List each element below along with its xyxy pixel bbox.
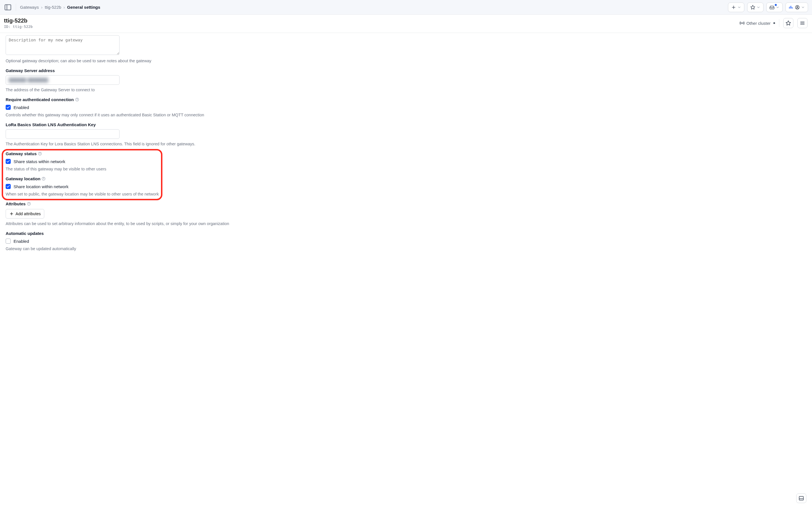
gsa-masked-value: ██████ ███████	[9, 78, 48, 82]
check-icon	[6, 184, 10, 188]
field-gateway-server-address: Gateway Server address ██████ ███████ Th…	[6, 68, 806, 92]
help-circle-icon[interactable]	[42, 177, 46, 181]
star-icon	[750, 5, 755, 10]
breadcrumb-gateway-id[interactable]: ttig-522b	[45, 5, 61, 10]
id-value: ttig-522b	[13, 24, 33, 29]
svg-point-12	[742, 23, 743, 24]
plus-icon	[731, 5, 736, 10]
chevron-down-icon	[756, 5, 760, 9]
page-title: ttig-522b	[4, 17, 33, 24]
favorite-toggle-button[interactable]	[783, 18, 794, 28]
auth-conn-label-text: Require authenticated connection	[6, 97, 74, 102]
topbar-left: Gateways › ttig-522b › General settings	[4, 3, 100, 11]
check-icon	[6, 159, 10, 163]
gw-location-checkbox-label: Share location within network	[13, 184, 68, 189]
gw-status-checkbox[interactable]: Share status within network	[6, 159, 806, 164]
sidebar-toggle-button[interactable]	[4, 3, 12, 11]
field-attributes: Attributes Add attributes Attributes can…	[6, 202, 806, 226]
description-input[interactable]	[6, 35, 119, 55]
breadcrumb-gateways[interactable]: Gateways	[20, 5, 39, 10]
auth-conn-checkbox[interactable]: Enabled	[6, 105, 806, 110]
entity-id: ID: ttig-522b	[4, 24, 33, 29]
chevron-down-icon	[801, 5, 805, 9]
settings-form: Optional gateway description; can also b…	[0, 33, 812, 274]
svg-marker-4	[751, 5, 755, 9]
gw-location-hint: When set to public, the gateway location…	[6, 192, 806, 196]
gw-location-label-text: Gateway location	[6, 176, 40, 181]
plus-icon	[9, 212, 14, 216]
help-circle-icon[interactable]	[27, 202, 31, 206]
page-header: ttig-522b ID: ttig-522b Other cluster	[0, 15, 812, 33]
auth-conn-hint: Controls whether this gateway may only c…	[6, 113, 806, 117]
gw-location-label: Gateway location	[6, 176, 806, 181]
gw-location-checkbox[interactable]: Share location within network	[6, 184, 806, 189]
lns-key-input[interactable]	[6, 129, 119, 139]
vertical-divider	[779, 19, 779, 27]
menu-icon	[800, 20, 805, 26]
add-attributes-button[interactable]: Add attributes	[6, 209, 44, 219]
gw-status-label-text: Gateway status	[6, 151, 37, 156]
attributes-label: Attributes	[6, 202, 806, 206]
attributes-hint: Attributes can be used to set arbitrary …	[6, 221, 806, 226]
more-menu-button[interactable]	[797, 18, 808, 28]
svg-marker-13	[786, 21, 791, 25]
user-circle-icon	[795, 5, 800, 10]
favorites-menu-button[interactable]	[747, 3, 763, 12]
id-label: ID:	[4, 24, 13, 29]
breadcrumb-current: General settings	[67, 5, 100, 10]
panel-left-icon	[4, 3, 12, 11]
checkbox-icon	[6, 238, 11, 244]
breadcrumb: Gateways › ttig-522b › General settings	[20, 5, 100, 10]
gw-status-label: Gateway status	[6, 151, 806, 156]
top-bar: Gateways › ttig-522b › General settings	[0, 0, 812, 15]
inbox-menu-button[interactable]	[766, 3, 783, 12]
chevron-down-icon	[737, 5, 741, 9]
vertical-divider	[16, 4, 16, 11]
topbar-right	[728, 3, 808, 12]
gsa-label: Gateway Server address	[6, 68, 806, 73]
auth-conn-label: Require authenticated connection	[6, 97, 806, 102]
auto-updates-checkbox-label: Enabled	[13, 239, 29, 244]
svg-point-11	[797, 6, 798, 8]
field-gateway-status: Gateway status Share status within netwo…	[6, 151, 806, 171]
broadcast-icon	[740, 20, 745, 25]
check-icon	[6, 105, 10, 109]
field-description: Optional gateway description; can also b…	[6, 33, 806, 63]
gsa-hint: The address of the Gateway Server to con…	[6, 88, 806, 92]
field-gateway-location: Gateway location Share location within n…	[6, 176, 806, 196]
account-menu-button[interactable]	[785, 3, 808, 12]
checkbox-icon	[6, 184, 11, 189]
star-icon	[785, 20, 791, 26]
auto-updates-hint: Gateway can be updated automatically	[6, 246, 806, 251]
checkbox-icon	[6, 159, 11, 164]
lns-key-label: LoRa Basics Station LNS Authentication K…	[6, 122, 806, 127]
chevron-right-icon: ›	[63, 5, 65, 10]
field-auth-connection: Require authenticated connection Enabled…	[6, 97, 806, 117]
gw-status-hint: The status of this gateway may be visibl…	[6, 167, 806, 171]
chevron-down-icon	[776, 5, 779, 9]
field-auto-updates: Automatic updates Enabled Gateway can be…	[6, 231, 806, 251]
brand-logo-icon	[789, 5, 794, 10]
page-title-block: ttig-522b ID: ttig-522b	[4, 17, 33, 29]
add-attributes-label: Add attributes	[15, 212, 41, 216]
gsa-input[interactable]: ██████ ███████	[6, 75, 119, 85]
checkbox-icon	[6, 105, 11, 110]
cluster-text: Other cluster	[746, 21, 770, 25]
help-circle-icon[interactable]	[38, 152, 42, 156]
field-lns-key: LoRa Basics Station LNS Authentication K…	[6, 122, 806, 146]
attributes-label-text: Attributes	[6, 202, 26, 206]
inbox-icon	[769, 5, 774, 10]
svg-rect-0	[5, 4, 11, 10]
auto-updates-label: Automatic updates	[6, 231, 806, 236]
help-circle-icon[interactable]	[75, 98, 79, 102]
cluster-indicator[interactable]: Other cluster	[740, 20, 775, 25]
lns-key-hint: The Authentication Key for Lora Basics S…	[6, 142, 806, 146]
auth-conn-checkbox-label: Enabled	[13, 105, 29, 110]
header-actions: Other cluster	[740, 18, 808, 28]
auto-updates-checkbox[interactable]: Enabled	[6, 238, 806, 244]
status-dot-icon	[773, 22, 775, 24]
add-menu-button[interactable]	[728, 3, 744, 12]
chevron-right-icon: ›	[41, 5, 43, 10]
description-hint: Optional gateway description; can also b…	[6, 59, 806, 63]
gw-status-checkbox-label: Share status within network	[13, 159, 65, 164]
